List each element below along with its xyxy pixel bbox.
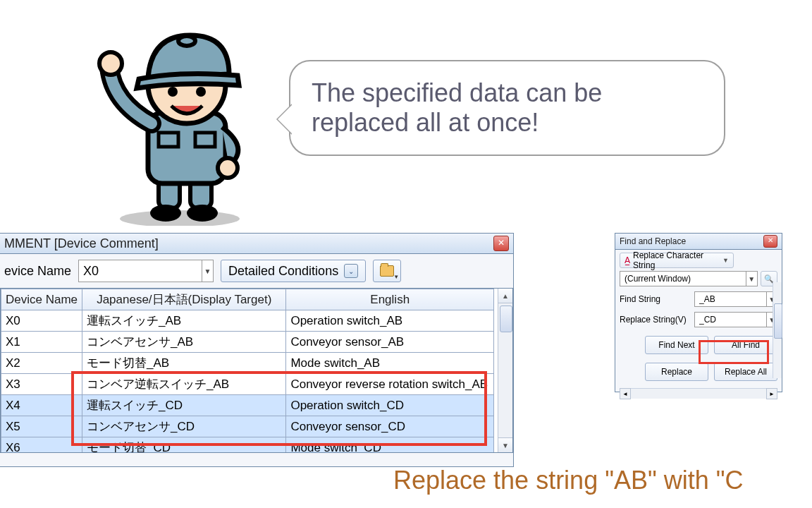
cell-jp[interactable]: 運転スイッチ_CD <box>82 395 286 416</box>
replace-string-combo[interactable]: ▼ <box>694 312 777 327</box>
cell-jp[interactable]: コンベアセンサ_CD <box>82 416 286 437</box>
dialog-title: Find and Replace <box>620 236 686 246</box>
scroll-up-icon[interactable]: ▲ <box>498 289 512 303</box>
device-comment-window: MMENT [Device Comment] ✕ evice Name ▼ De… <box>0 233 514 467</box>
chevron-down-double-icon: ⌄ <box>344 264 358 278</box>
caption-text: Replace the string "AB" with "C <box>393 466 744 495</box>
col-japanese[interactable]: Japanese/日本語(Display Target) <box>82 289 286 310</box>
cell-dev[interactable]: X1 <box>1 332 82 353</box>
svg-point-8 <box>218 158 238 178</box>
replace-mode-label: Replace Character String <box>633 250 720 270</box>
find-string-input[interactable] <box>695 294 766 304</box>
cell-jp[interactable]: コンベア逆転スイッチ_AB <box>82 374 286 395</box>
cell-en[interactable]: Conveyor sensor_AB <box>286 332 494 353</box>
cell-jp[interactable]: コンベアセンサ_AB <box>82 332 286 353</box>
svg-point-12 <box>168 87 178 97</box>
replace-string-input[interactable] <box>695 315 766 325</box>
table-row[interactable]: X5コンベアセンサ_CDConveyor sensor_CD <box>1 416 494 437</box>
scroll-down-icon[interactable]: ▼ <box>498 437 512 452</box>
device-name-label: evice Name <box>4 264 71 279</box>
replace-mode-dropdown[interactable]: A̲ Replace Character String ▼ <box>620 253 734 268</box>
table-row[interactable]: X1コンベアセンサ_ABConveyor sensor_AB <box>1 332 494 353</box>
cell-dev[interactable]: X2 <box>1 353 82 374</box>
replace-all-button[interactable]: Replace All <box>714 363 777 381</box>
svg-rect-6 <box>159 133 178 147</box>
device-name-input[interactable] <box>79 264 202 279</box>
svg-point-3 <box>150 205 181 222</box>
chevron-down-icon: ▼ <box>722 257 729 264</box>
find-string-combo[interactable]: ▼ <box>694 291 777 307</box>
vertical-scrollbar[interactable]: ▲ ▼ <box>498 289 512 452</box>
scroll-thumb[interactable] <box>774 303 782 339</box>
replace-button[interactable]: Replace <box>645 363 708 381</box>
cell-en[interactable]: Operation switch_AB <box>286 310 494 332</box>
window-titlebar[interactable]: MMENT [Device Comment] ✕ <box>0 234 513 254</box>
cell-dev[interactable]: X0 <box>1 310 82 332</box>
folder-icon <box>380 265 394 277</box>
cell-jp[interactable]: モード切替_CD <box>82 437 286 454</box>
table-row[interactable]: X0運転スイッチ_ABOperation switch_AB <box>1 310 494 332</box>
detailed-conditions-label: Detailed Conditions <box>228 264 338 279</box>
replace-string-label: Replace String(V) <box>620 315 690 325</box>
cell-jp[interactable]: 運転スイッチ_AB <box>82 310 286 332</box>
replace-mode-icon: A̲ <box>625 255 630 265</box>
cell-jp[interactable]: モード切替_AB <box>82 353 286 374</box>
close-icon[interactable]: ✕ <box>493 236 509 251</box>
col-device-name[interactable]: Device Name <box>1 289 82 310</box>
cell-en[interactable]: Conveyor reverse rotation switch_AB <box>286 374 494 395</box>
table-row[interactable]: X4運転スイッチ_CDOperation switch_CD <box>1 395 494 416</box>
scope-combo[interactable]: ▼ <box>620 271 758 286</box>
cell-dev[interactable]: X4 <box>1 395 82 416</box>
cell-en[interactable]: Mode switch_AB <box>286 353 494 374</box>
window-title: MMENT [Device Comment] <box>4 236 159 251</box>
scroll-right-icon[interactable]: ► <box>766 388 777 399</box>
speech-bubble: The specified data can be replaced all a… <box>289 60 725 156</box>
device-name-combo[interactable]: ▼ <box>78 260 214 282</box>
find-replace-dialog: Find and Replace ✕ A̲ Replace Character … <box>615 233 782 392</box>
speech-bubble-text: The specified data can be replaced all a… <box>312 78 602 137</box>
toolbar: evice Name ▼ Detailed Conditions ⌄ ▼ <box>0 254 513 288</box>
dialog-titlebar[interactable]: Find and Replace ✕ <box>615 234 782 250</box>
svg-rect-7 <box>195 133 215 147</box>
table-row[interactable]: X2モード切替_ABMode switch_AB <box>1 353 494 374</box>
col-english[interactable]: English <box>286 289 494 310</box>
close-icon[interactable]: ✕ <box>763 235 777 248</box>
chevron-down-icon[interactable]: ▼ <box>746 272 757 286</box>
scroll-track[interactable] <box>631 389 766 399</box>
table-row[interactable]: X3コンベア逆転スイッチ_ABConveyor reverse rotation… <box>1 374 494 395</box>
cell-en[interactable]: Conveyor sensor_CD <box>286 416 494 437</box>
cell-en[interactable]: Mode switch_CD <box>286 437 494 454</box>
scope-input[interactable] <box>620 274 746 284</box>
cell-dev[interactable]: X5 <box>1 416 82 437</box>
folder-dropdown-button[interactable]: ▼ <box>373 260 401 282</box>
cell-en[interactable]: Operation switch_CD <box>286 395 494 416</box>
chevron-down-icon: ▼ <box>393 274 399 280</box>
dialog-vertical-scrollbar[interactable] <box>773 282 782 378</box>
scroll-thumb[interactable] <box>500 306 512 332</box>
detailed-conditions-button[interactable]: Detailed Conditions ⌄ <box>221 260 366 282</box>
cell-dev[interactable]: X6 <box>1 437 82 454</box>
cell-dev[interactable]: X3 <box>1 374 82 395</box>
find-next-button[interactable]: Find Next <box>645 336 708 354</box>
all-find-button[interactable]: All Find <box>714 336 777 354</box>
horizontal-scrollbar[interactable]: ◄ ► <box>620 388 777 399</box>
svg-point-9 <box>99 52 122 75</box>
chevron-down-icon[interactable]: ▼ <box>202 260 213 282</box>
table-row[interactable]: X6モード切替_CDMode switch_CD <box>1 437 494 454</box>
svg-point-13 <box>196 87 206 97</box>
scroll-left-icon[interactable]: ◄ <box>620 388 631 399</box>
svg-point-4 <box>187 205 218 222</box>
svg-point-11 <box>178 36 195 46</box>
mascot-figure <box>81 7 264 226</box>
device-comment-grid[interactable]: Device Name Japanese/日本語(Display Target)… <box>0 288 513 453</box>
find-string-label: Find String <box>620 294 690 304</box>
